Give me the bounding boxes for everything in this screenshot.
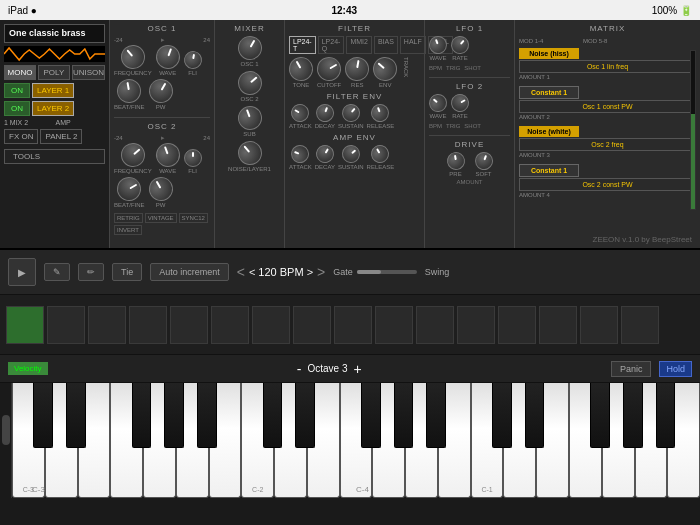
black-key-0[interactable] xyxy=(33,383,53,448)
black-key-17[interactable] xyxy=(590,383,610,448)
layer2-button[interactable]: LAYER 2 xyxy=(32,101,74,116)
pencil-button[interactable]: ✎ xyxy=(44,263,70,281)
matrix-source-3[interactable]: Constant 1 xyxy=(519,164,579,177)
pad-6[interactable] xyxy=(252,306,290,344)
filter-env-knob[interactable]: ENV xyxy=(373,57,397,88)
octave-down-button[interactable]: - xyxy=(297,361,302,377)
osc1-freq-knob[interactable]: FREQUENCY xyxy=(114,45,152,76)
matrix-source-2[interactable]: Noise (white) xyxy=(519,126,579,137)
drive-pre-knob[interactable]: PRE xyxy=(447,152,465,177)
pad-11[interactable] xyxy=(457,306,495,344)
bpm-up-arrow[interactable]: > xyxy=(317,264,325,280)
lfo2-trig[interactable]: TRIG xyxy=(446,123,460,129)
osc2-fli-knob[interactable]: FLI xyxy=(184,149,202,174)
fenv-decay-knob[interactable]: DECAY xyxy=(315,104,335,129)
osc2-freq-knob[interactable]: FREQUENCY xyxy=(114,143,152,174)
black-key-18[interactable] xyxy=(623,383,643,448)
osc1-wave2-knob[interactable]: FLI xyxy=(184,51,202,76)
on2-button[interactable]: ON xyxy=(4,101,30,116)
panel2-button[interactable]: PANEL 2 xyxy=(40,129,82,144)
fenv-release-knob[interactable]: RELEASE xyxy=(367,104,395,129)
osc1-beatfine-knob[interactable]: BEAT/FINE xyxy=(114,79,145,110)
pad-3[interactable] xyxy=(129,306,167,344)
lfo1-shot[interactable]: SHOT xyxy=(464,65,481,71)
matrix-source-0[interactable]: Noise (hiss) xyxy=(519,48,579,59)
tools-button[interactable]: TOOLS xyxy=(4,149,105,164)
pad-12[interactable] xyxy=(498,306,536,344)
sync12-tag[interactable]: SYNC12 xyxy=(179,213,208,223)
matrix-source-1[interactable]: Constant 1 xyxy=(519,86,579,99)
aenv-release-knob[interactable]: RELEASE xyxy=(367,145,395,170)
filter-lp24q[interactable]: LP24-Q xyxy=(318,36,345,54)
black-key-4[interactable] xyxy=(164,383,184,448)
retrig-tag[interactable]: RETRIG xyxy=(114,213,143,223)
fenv-sustain-knob[interactable]: SUSTAIN xyxy=(338,104,364,129)
filter-half[interactable]: HALF xyxy=(400,36,426,54)
bpm-down-arrow[interactable]: < xyxy=(237,264,245,280)
black-key-3[interactable] xyxy=(132,383,152,448)
filter-cutoff-knob[interactable]: CUTOFF xyxy=(317,57,341,88)
mixer-sub-knob[interactable]: SUB xyxy=(238,106,262,137)
vintage-tag[interactable]: VINTAGE xyxy=(145,213,177,223)
scroll-thumb[interactable] xyxy=(2,415,10,445)
osc2-wave-knob[interactable]: WAVE xyxy=(156,143,180,174)
tie-button[interactable]: Tie xyxy=(112,263,142,281)
pad-4[interactable] xyxy=(170,306,208,344)
black-key-5[interactable] xyxy=(197,383,217,448)
matrix-dest-0[interactable]: Osc 1 lin freq xyxy=(519,60,696,73)
black-key-15[interactable] xyxy=(525,383,545,448)
layer1-button[interactable]: LAYER 1 xyxy=(32,83,74,98)
piano-keyboard[interactable]: C-3C-2C-1C-3C-4 xyxy=(0,383,700,498)
poly-btn[interactable]: POLY xyxy=(38,65,70,80)
filter-res-knob[interactable]: RES xyxy=(345,57,369,88)
osc1-pw-knob[interactable]: PW xyxy=(149,79,173,110)
pad-15[interactable] xyxy=(621,306,659,344)
osc1-wave-knob[interactable]: WAVE xyxy=(156,45,180,76)
auto-increment-button[interactable]: Auto increment xyxy=(150,263,229,281)
mixer-osc1-knob[interactable]: OSC 1 xyxy=(238,36,262,67)
drive-soft-knob[interactable]: SOFT xyxy=(475,152,493,177)
volume-bar[interactable] xyxy=(690,50,696,210)
black-key-14[interactable] xyxy=(492,383,512,448)
pad-9[interactable] xyxy=(375,306,413,344)
velocity-button[interactable]: Velocity xyxy=(8,362,48,375)
filter-bias[interactable]: BIAS xyxy=(374,36,398,54)
pad-5[interactable] xyxy=(211,306,249,344)
pad-2[interactable] xyxy=(88,306,126,344)
lfo2-rate-knob[interactable]: RATE xyxy=(451,94,469,119)
preset-name[interactable]: One classic brass xyxy=(4,24,105,43)
pad-13[interactable] xyxy=(539,306,577,344)
pad-7[interactable] xyxy=(293,306,331,344)
mixer-noise-knob[interactable]: NOISE/LAYER1 xyxy=(225,141,275,172)
pad-8[interactable] xyxy=(334,306,372,344)
osc2-beatfine-knob[interactable]: BEAT/FINE xyxy=(114,177,145,208)
invert-tag[interactable]: INVERT xyxy=(114,225,142,235)
matrix-dest-1[interactable]: Osc 1 const PW xyxy=(519,100,696,113)
matrix-dest-2[interactable]: Osc 2 freq xyxy=(519,138,696,151)
filter-lp24t[interactable]: LP24-T xyxy=(289,36,316,54)
lfo2-bpm[interactable]: BPM xyxy=(429,123,442,129)
gate-slider[interactable] xyxy=(357,270,417,274)
aenv-attack-knob[interactable]: ATTACK xyxy=(289,145,312,170)
brush-button[interactable]: ✏ xyxy=(78,263,104,281)
play-button[interactable]: ▶ xyxy=(8,258,36,286)
black-key-10[interactable] xyxy=(361,383,381,448)
lfo1-trig[interactable]: TRIG xyxy=(446,65,460,71)
black-key-1[interactable] xyxy=(66,383,86,448)
lfo1-rate-knob[interactable]: RATE xyxy=(451,36,469,61)
pad-14[interactable] xyxy=(580,306,618,344)
black-key-7[interactable] xyxy=(263,383,283,448)
aenv-sustain-knob[interactable]: SUSTAIN xyxy=(338,145,364,170)
black-key-11[interactable] xyxy=(394,383,414,448)
mono-btn[interactable]: MONO xyxy=(4,65,36,80)
black-key-19[interactable] xyxy=(656,383,676,448)
pad-10[interactable] xyxy=(416,306,454,344)
fx-on-button[interactable]: FX ON xyxy=(4,129,38,144)
black-key-8[interactable] xyxy=(295,383,315,448)
pad-0[interactable] xyxy=(6,306,44,344)
filter-mmi2[interactable]: MMI2 xyxy=(346,36,372,54)
octave-up-button[interactable]: + xyxy=(354,361,362,377)
matrix-dest-3[interactable]: Osc 2 const PW xyxy=(519,178,696,191)
pad-1[interactable] xyxy=(47,306,85,344)
panic-button[interactable]: Panic xyxy=(611,361,652,377)
